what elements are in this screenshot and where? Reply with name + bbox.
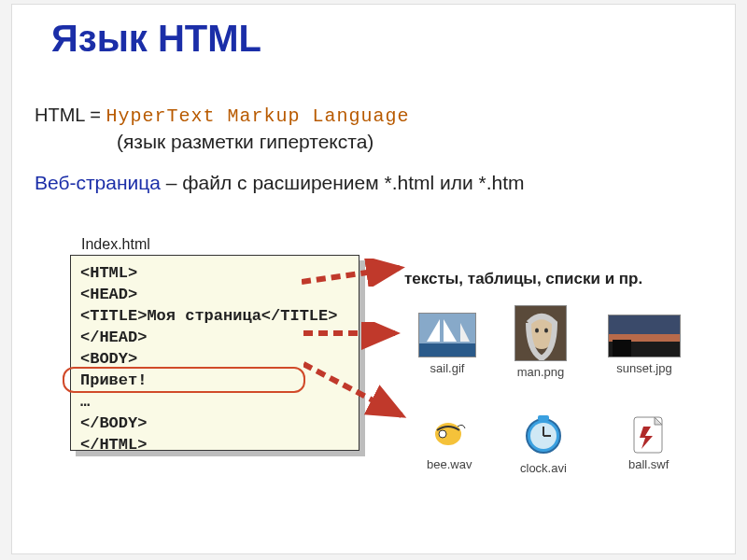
slide: Язык HTML HTML = HyperText Markup Langua…: [11, 4, 736, 554]
sail-image-icon: [418, 313, 476, 357]
html-label: HTML =: [35, 105, 101, 125]
thumb-sunset: sunset.jpg: [608, 315, 681, 375]
audio-file-icon: [430, 415, 469, 455]
thumb-caption: sail.gif: [418, 361, 476, 375]
code-line: <HEAD>: [80, 285, 349, 306]
thumb-man: man.png: [514, 305, 567, 379]
svg-rect-4: [419, 343, 476, 357]
thumb-caption: sunset.jpg: [608, 361, 681, 375]
content-types-label: тексты, таблицы, списки и пр.: [404, 270, 642, 288]
thumb-clock: clock.avi: [520, 413, 567, 475]
definition-line: HTML = HyperText Markup Language: [35, 105, 735, 127]
index-filename: Index.html: [81, 236, 150, 253]
thumb-caption: man.png: [514, 365, 567, 379]
code-line: </BODY>: [80, 413, 349, 435]
webpage-line: Веб-страница – файл с расширением *.html…: [35, 172, 735, 194]
code-line: </HEAD>: [80, 328, 349, 349]
definition-translation: (язык разметки гипертекста): [117, 131, 735, 153]
thumb-caption: bee.wav: [427, 457, 472, 471]
svg-point-11: [544, 329, 548, 333]
flash-file-icon: [630, 415, 668, 455]
code-line: <TITLE>Моя страница</TITLE>: [80, 306, 349, 328]
code-box: <HTML> <HEAD> <TITLE>Моя страница</TITLE…: [70, 255, 359, 451]
svg-rect-22: [538, 415, 549, 421]
webpage-desc: – файл с расширением *.html или *.htm: [161, 172, 525, 193]
thumb-caption: ball.swf: [628, 457, 669, 471]
thumb-ball: ball.swf: [628, 415, 669, 471]
code-line: …: [80, 392, 349, 413]
code-line: </HTML>: [80, 435, 349, 456]
sunset-image-icon: [608, 315, 681, 357]
thumb-bee: bee.wav: [427, 415, 472, 471]
svg-rect-15: [613, 340, 631, 357]
man-image-icon: [514, 305, 567, 361]
video-file-icon: [523, 413, 564, 458]
html-expansion: HyperText Markup Language: [106, 105, 410, 127]
svg-point-17: [439, 430, 446, 438]
svg-point-10: [535, 329, 539, 333]
highlight-box: [63, 367, 305, 393]
svg-rect-12: [609, 315, 681, 334]
thumb-caption: clock.avi: [520, 461, 567, 475]
slide-title: Язык HTML: [51, 18, 735, 60]
webpage-term: Веб-страница: [35, 172, 161, 193]
code-line: <HTML>: [80, 263, 349, 285]
thumb-sail: sail.gif: [418, 313, 476, 375]
